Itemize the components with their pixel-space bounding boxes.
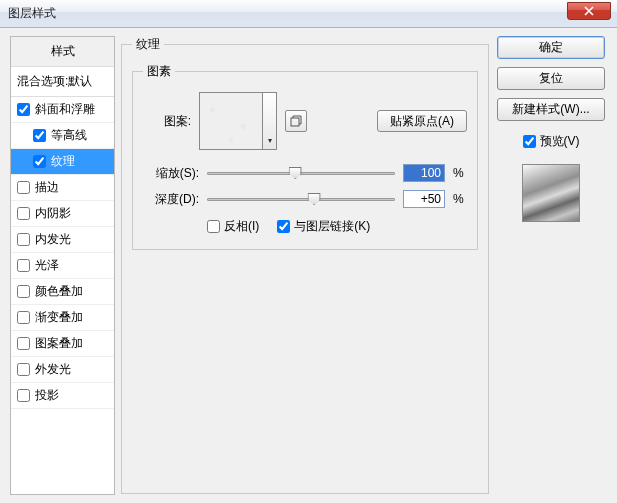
style-checkbox[interactable] — [33, 129, 46, 142]
preview-check[interactable]: 预览(V) — [497, 133, 605, 150]
scale-row: 缩放(S): % — [143, 164, 467, 182]
style-checkbox[interactable] — [17, 311, 30, 324]
style-checkbox[interactable] — [17, 337, 30, 350]
snap-origin-button[interactable]: 贴紧原点(A) — [377, 110, 467, 132]
style-label: 颜色叠加 — [35, 283, 83, 300]
style-label: 内阴影 — [35, 205, 71, 222]
style-label: 外发光 — [35, 361, 71, 378]
ok-button[interactable]: 确定 — [497, 36, 605, 59]
close-button[interactable] — [567, 2, 611, 20]
style-checkbox[interactable] — [17, 181, 30, 194]
style-checkbox[interactable] — [17, 207, 30, 220]
style-label: 渐变叠加 — [35, 309, 83, 326]
blend-options-label: 混合选项:默认 — [17, 74, 92, 88]
style-item-1[interactable]: 等高线 — [11, 123, 114, 149]
style-item-11[interactable]: 投影 — [11, 383, 114, 409]
style-checkbox[interactable] — [17, 233, 30, 246]
dialog-body: 样式 混合选项:默认 斜面和浮雕等高线纹理描边内阴影内发光光泽颜色叠加渐变叠加图… — [0, 28, 617, 503]
style-item-4[interactable]: 内阴影 — [11, 201, 114, 227]
element-group-label: 图素 — [143, 63, 175, 80]
style-item-8[interactable]: 渐变叠加 — [11, 305, 114, 331]
close-icon — [584, 6, 594, 16]
new-pattern-button[interactable] — [285, 110, 307, 132]
depth-row: 深度(D): % — [143, 190, 467, 208]
style-checkbox[interactable] — [17, 389, 30, 402]
titlebar: 图层样式 — [0, 0, 617, 28]
style-item-9[interactable]: 图案叠加 — [11, 331, 114, 357]
style-label: 内发光 — [35, 231, 71, 248]
style-label: 图案叠加 — [35, 335, 83, 352]
pattern-picker[interactable]: ▾ — [199, 92, 277, 150]
pattern-row: 图案: ▾ 贴紧原点(A) — [143, 92, 467, 150]
reset-button[interactable]: 复位 — [497, 67, 605, 90]
style-label: 纹理 — [51, 153, 75, 170]
preview-thumbnail — [522, 164, 580, 222]
style-item-0[interactable]: 斜面和浮雕 — [11, 97, 114, 123]
svg-rect-0 — [291, 118, 299, 126]
depth-unit: % — [453, 192, 467, 206]
scale-slider[interactable] — [207, 166, 395, 180]
invert-checkbox[interactable] — [207, 220, 220, 233]
style-list: 样式 混合选项:默认 斜面和浮雕等高线纹理描边内阴影内发光光泽颜色叠加渐变叠加图… — [10, 36, 115, 495]
style-item-6[interactable]: 光泽 — [11, 253, 114, 279]
style-label: 投影 — [35, 387, 59, 404]
pattern-dropdown[interactable]: ▾ — [262, 93, 276, 149]
style-checkbox[interactable] — [33, 155, 46, 168]
style-label: 描边 — [35, 179, 59, 196]
style-item-10[interactable]: 外发光 — [11, 357, 114, 383]
link-checkbox[interactable] — [277, 220, 290, 233]
style-list-header: 样式 — [11, 37, 114, 67]
pattern-swatch — [200, 93, 262, 149]
style-checkbox[interactable] — [17, 285, 30, 298]
style-item-2[interactable]: 纹理 — [11, 149, 114, 175]
invert-check[interactable]: 反相(I) — [207, 218, 259, 235]
new-style-button[interactable]: 新建样式(W)... — [497, 98, 605, 121]
style-checkbox[interactable] — [17, 259, 30, 272]
action-column: 确定 复位 新建样式(W)... 预览(V) — [497, 28, 617, 503]
link-check[interactable]: 与图层链接(K) — [277, 218, 370, 235]
depth-input[interactable] — [403, 190, 445, 208]
style-item-5[interactable]: 内发光 — [11, 227, 114, 253]
depth-thumb[interactable] — [308, 193, 321, 205]
new-preset-icon — [290, 115, 302, 127]
style-checkbox[interactable] — [17, 363, 30, 376]
element-group: 图素 图案: ▾ 贴紧原点(A) 缩放(S): — [132, 63, 478, 250]
options-row: 反相(I) 与图层链接(K) — [143, 218, 467, 235]
chevron-down-icon: ▾ — [268, 136, 272, 145]
depth-slider[interactable] — [207, 192, 395, 206]
style-label: 等高线 — [51, 127, 87, 144]
scale-thumb[interactable] — [289, 167, 302, 179]
style-item-3[interactable]: 描边 — [11, 175, 114, 201]
scale-label: 缩放(S): — [143, 165, 199, 182]
scale-unit: % — [453, 166, 467, 180]
texture-group-label: 纹理 — [132, 36, 164, 53]
style-label: 光泽 — [35, 257, 59, 274]
style-checkbox[interactable] — [17, 103, 30, 116]
settings-panel: 纹理 图素 图案: ▾ 贴紧原点(A) — [115, 28, 497, 503]
style-item-7[interactable]: 颜色叠加 — [11, 279, 114, 305]
preview-checkbox[interactable] — [523, 135, 536, 148]
depth-label: 深度(D): — [143, 191, 199, 208]
blend-options-row[interactable]: 混合选项:默认 — [11, 67, 114, 97]
texture-group: 纹理 图素 图案: ▾ 贴紧原点(A) — [121, 36, 489, 494]
window-title: 图层样式 — [8, 5, 56, 22]
pattern-label: 图案: — [143, 113, 191, 130]
scale-input[interactable] — [403, 164, 445, 182]
style-label: 斜面和浮雕 — [35, 101, 95, 118]
